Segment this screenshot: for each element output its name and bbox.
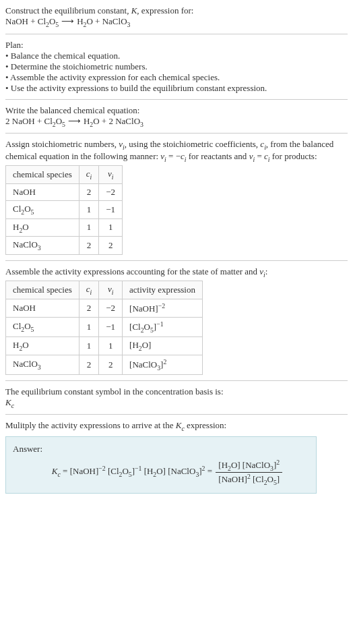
stoich: Assign stoichiometric numbers, νi, using… xyxy=(5,139,348,255)
balanced-equation: 2 NaOH + Cl2O5⟶H2O + 2 NaClO3 xyxy=(5,116,143,126)
th-v: νi xyxy=(99,281,123,299)
stoich-header: Assign stoichiometric numbers, νi, using… xyxy=(5,139,333,161)
cell-species: H2O xyxy=(6,337,79,355)
intro-equation: NaOH + Cl2O5⟶H2O + NaClO3 xyxy=(5,16,130,26)
th-c: ci xyxy=(79,166,99,184)
cell-v: −2 xyxy=(99,299,123,317)
th-act: activity expression xyxy=(123,281,203,299)
plan-bullet-2: • Determine the stoichiometric numbers. xyxy=(5,61,148,71)
answer-label: Answer: xyxy=(13,444,309,455)
answer-equation: Kc = [NaOH]−2 [Cl2O5]−1 [H2O] [NaClO3]2 … xyxy=(13,459,309,486)
th-species: chemical species xyxy=(6,166,79,184)
plan: Plan: • Balance the chemical equation. •… xyxy=(5,40,348,94)
plan-header: Plan: xyxy=(5,40,24,50)
cell-v: −1 xyxy=(99,318,123,337)
table-row: NaClO3 2 2 [NaClO3]2 xyxy=(6,355,203,374)
cell-act: [NaOH]−2 xyxy=(123,299,203,317)
divider xyxy=(5,34,348,34)
cell-species: NaClO3 xyxy=(6,355,79,374)
cell-v: −1 xyxy=(99,200,123,218)
symbol: The equilibrium constant symbol in the c… xyxy=(5,386,348,409)
table-row: NaClO3 2 2 xyxy=(6,237,123,255)
table-row: Cl2O5 1 −1 [Cl2O5]−1 xyxy=(6,318,203,337)
multiply: Mulitply the activity expressions to arr… xyxy=(5,420,348,432)
cell-c: 2 xyxy=(79,355,99,374)
plan-bullet-4: • Use the activity expressions to build … xyxy=(5,83,267,93)
cell-act: [NaClO3]2 xyxy=(123,355,203,374)
th-v: νi xyxy=(99,166,123,184)
balanced: Write the balanced chemical equation: 2 … xyxy=(5,105,348,128)
balanced-header: Write the balanced chemical equation: xyxy=(5,105,139,115)
cell-c: 1 xyxy=(79,318,99,337)
cell-v: 2 xyxy=(99,355,123,374)
cell-c: 2 xyxy=(79,183,99,200)
table-header-row: chemical species ci νi activity expressi… xyxy=(6,281,203,299)
table-row: H2O 1 1 [H2O] xyxy=(6,337,203,355)
divider xyxy=(5,380,348,381)
table-row: NaOH 2 −2 [NaOH]−2 xyxy=(6,299,203,317)
intro-text-a: Construct the equilibrium constant, K, e… xyxy=(5,5,193,16)
cell-c: 1 xyxy=(79,200,99,218)
symbol-kc: Kc xyxy=(5,397,14,407)
activity-header: Assemble the activity expressions accoun… xyxy=(5,266,267,276)
th-species: chemical species xyxy=(6,281,79,299)
cell-species: H2O xyxy=(6,218,79,237)
divider xyxy=(5,414,348,415)
table-header-row: chemical species ci νi xyxy=(6,166,123,184)
th-c: ci xyxy=(79,281,99,299)
cell-v: 2 xyxy=(99,237,123,255)
divider xyxy=(5,260,348,261)
answer-box: Answer: Kc = [NaOH]−2 [Cl2O5]−1 [H2O] [N… xyxy=(5,436,317,494)
cell-c: 1 xyxy=(79,337,99,355)
cell-c: 1 xyxy=(79,218,99,237)
activity: Assemble the activity expressions accoun… xyxy=(5,266,348,375)
table-row: H2O 1 1 xyxy=(6,218,123,237)
cell-v: 1 xyxy=(99,218,123,237)
table-row: NaOH 2 −2 xyxy=(6,183,123,200)
activity-table: chemical species ci νi activity expressi… xyxy=(5,281,203,374)
cell-c: 2 xyxy=(79,237,99,255)
plan-bullet-3: • Assemble the activity expression for e… xyxy=(5,72,220,82)
divider xyxy=(5,133,348,134)
plan-bullet-1: • Balance the chemical equation. xyxy=(5,51,120,61)
table-row: Cl2O5 1 −1 xyxy=(6,200,123,218)
cell-species: NaOH xyxy=(6,183,79,200)
cell-v: −2 xyxy=(99,183,123,200)
cell-c: 2 xyxy=(79,299,99,317)
stoich-table: chemical species ci νi NaOH 2 −2 Cl2O5 1… xyxy=(5,165,123,254)
multiply-header: Mulitply the activity expressions to arr… xyxy=(5,420,226,430)
cell-species: NaClO3 xyxy=(6,237,79,255)
cell-v: 1 xyxy=(99,337,123,355)
cell-act: [H2O] xyxy=(123,337,203,355)
symbol-line1: The equilibrium constant symbol in the c… xyxy=(5,386,224,397)
cell-species: Cl2O5 xyxy=(6,318,79,337)
cell-species: NaOH xyxy=(6,299,79,317)
cell-species: Cl2O5 xyxy=(6,200,79,218)
intro: Construct the equilibrium constant, K, e… xyxy=(5,5,348,28)
divider xyxy=(5,99,348,100)
cell-act: [Cl2O5]−1 xyxy=(123,318,203,337)
